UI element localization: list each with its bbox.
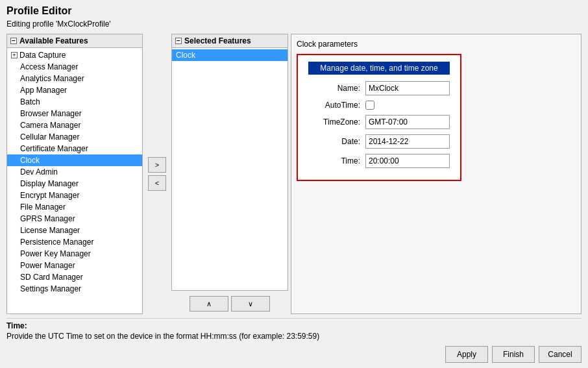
list-item[interactable]: App Manager — [7, 84, 142, 96]
list-item[interactable]: Settings Manager — [7, 283, 142, 295]
time-label: Time: — [308, 156, 360, 166]
list-item[interactable]: Access Manager — [7, 61, 142, 73]
autotime-label: AutoTime: — [308, 101, 360, 110]
selected-features-panel: − Selected Features Clock — [171, 34, 288, 291]
date-input[interactable] — [365, 134, 450, 149]
available-features-panel: − Available Features + Data Capture Acce… — [6, 34, 143, 314]
data-capture-group[interactable]: + Data Capture — [7, 49, 142, 61]
expand-icon: + — [11, 52, 18, 58]
available-features-label: Available Features — [19, 36, 88, 45]
list-item[interactable]: File Manager — [7, 201, 142, 213]
selected-features-header: − Selected Features — [172, 34, 288, 48]
action-buttons: Apply Finish Cancel — [6, 346, 582, 363]
timezone-label: TimeZone: — [308, 117, 360, 127]
move-down-button[interactable]: ∨ — [231, 296, 270, 312]
move-up-button[interactable]: ∧ — [190, 296, 228, 312]
date-label: Date: — [308, 137, 360, 146]
hint-title: Time: — [6, 321, 582, 330]
list-item[interactable]: Encrypt Manager — [7, 190, 142, 201]
list-item[interactable]: Analytics Manager — [7, 73, 142, 84]
date-row: Date: — [308, 134, 450, 149]
apply-button[interactable]: Apply — [445, 346, 488, 363]
list-item[interactable]: License Manager — [7, 225, 142, 236]
list-item[interactable]: Dev Admin — [7, 166, 142, 178]
list-item[interactable]: Display Manager — [7, 178, 142, 190]
autotime-row: AutoTime: — [308, 101, 450, 110]
page-title: Profile Editor — [6, 5, 582, 17]
transfer-buttons-container: > < — [145, 34, 169, 314]
selected-clock-item[interactable]: Clock — [172, 49, 288, 61]
move-left-button[interactable]: < — [148, 175, 166, 191]
list-item[interactable]: Power Key Manager — [7, 248, 142, 260]
page-subtitle: Editing profile 'MxClockProfile' — [6, 19, 582, 29]
list-item[interactable]: Persistence Manager — [7, 236, 142, 248]
selected-features-section: − Selected Features Clock ∧ ∨ — [171, 34, 288, 314]
finish-button[interactable]: Finish — [492, 346, 535, 363]
time-input[interactable] — [365, 154, 450, 168]
list-item[interactable]: Power Manager — [7, 260, 142, 271]
selected-features-label: Selected Features — [184, 36, 251, 45]
cancel-button[interactable]: Cancel — [539, 346, 582, 363]
main-container: Profile Editor Editing profile 'MxClockP… — [0, 0, 588, 368]
timezone-input[interactable] — [365, 115, 450, 129]
selected-list: Clock — [172, 48, 288, 290]
clock-params-panel: Clock parameters Manage date, time, and … — [291, 34, 582, 314]
name-label: Name: — [308, 84, 360, 93]
autotime-checkbox[interactable] — [365, 101, 374, 110]
hint-text: Provide the UTC Time to set on the devic… — [6, 332, 582, 341]
list-item[interactable]: SD Card Manager — [7, 271, 142, 283]
list-item[interactable]: Certificate Manager — [7, 143, 142, 154]
available-features-list: + Data Capture Access Manager Analytics … — [7, 48, 142, 313]
manage-label: Manage date, time, and time zone — [308, 62, 450, 75]
clock-list-item[interactable]: Clock — [7, 154, 142, 166]
list-item[interactable]: Camera Manager — [7, 119, 142, 131]
name-row: Name: — [308, 81, 450, 95]
name-input[interactable] — [365, 81, 450, 95]
clock-params-title: Clock parameters — [297, 40, 576, 49]
list-item[interactable]: Batch — [7, 96, 142, 108]
data-capture-label: Data Capture — [19, 51, 66, 60]
collapse-icon[interactable]: − — [10, 38, 17, 44]
move-right-button[interactable]: > — [148, 157, 166, 173]
selected-collapse-icon[interactable]: − — [175, 38, 182, 44]
panels-row: − Available Features + Data Capture Acce… — [6, 34, 582, 314]
available-features-header: − Available Features — [7, 34, 142, 48]
clock-params-box: Manage date, time, and time zone Name: A… — [297, 54, 461, 181]
time-row: Time: — [308, 154, 450, 168]
list-item[interactable]: Cellular Manager — [7, 131, 142, 143]
list-item[interactable]: Browser Manager — [7, 108, 142, 119]
order-buttons-container: ∧ ∨ — [171, 293, 288, 314]
timezone-row: TimeZone: — [308, 115, 450, 129]
bottom-section: Time: Provide the UTC Time to set on the… — [6, 318, 582, 363]
list-item[interactable]: GPRS Manager — [7, 213, 142, 225]
